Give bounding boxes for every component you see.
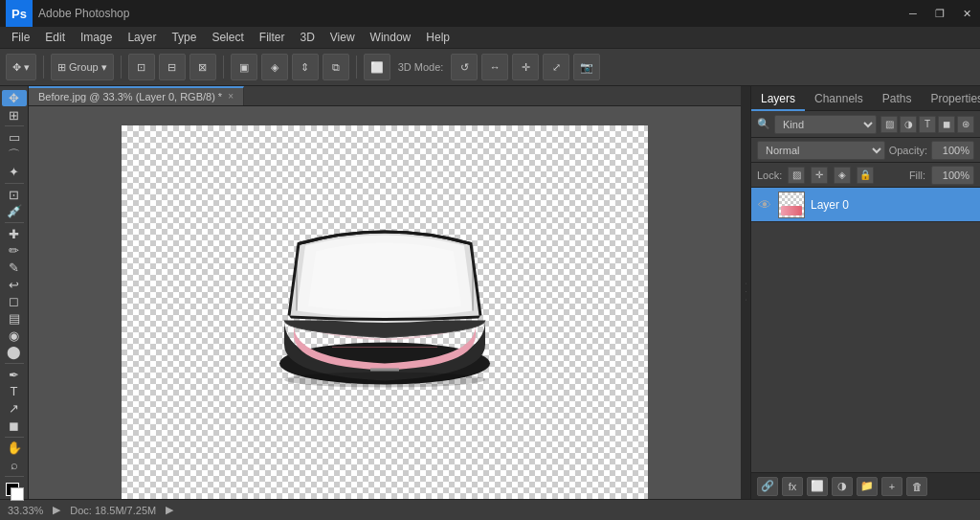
svg-point-4: [284, 373, 485, 388]
blend-mode-select[interactable]: Normal: [757, 141, 885, 160]
adjustment-btn[interactable]: ◑: [832, 477, 853, 496]
rect-select-tool[interactable]: ▭: [2, 129, 27, 146]
brush-tool[interactable]: ✏: [2, 243, 27, 260]
move-tool[interactable]: ✥: [2, 90, 27, 106]
3d-rotate-btn[interactable]: ↺: [451, 54, 478, 80]
tab-close-icon[interactable]: ×: [228, 87, 234, 106]
layer-item[interactable]: 👁 Layer 0: [751, 188, 980, 222]
lock-all-btn[interactable]: 🔒: [857, 167, 874, 184]
menu-layer[interactable]: Layer: [120, 27, 164, 48]
spacing-btn[interactable]: ⇕: [292, 54, 319, 80]
menu-select[interactable]: Select: [204, 27, 251, 48]
document-tab[interactable]: Before.jpg @ 33.3% (Layer 0, RGB/8) * ×: [29, 86, 244, 105]
distribute-btn[interactable]: ⊠: [189, 54, 216, 80]
move-tool-btn[interactable]: ✥ ▾: [6, 54, 36, 80]
hand-tool[interactable]: ✋: [2, 440, 27, 456]
delete-layer-btn[interactable]: 🗑: [906, 477, 927, 496]
tool-separator-1: [5, 125, 24, 126]
3d-slide-btn[interactable]: ✛: [512, 54, 539, 80]
filter-pixel-btn[interactable]: ▨: [880, 116, 898, 133]
toolbar-separator-1: [43, 56, 44, 79]
3d-mode-label: 3D Mode:: [394, 61, 448, 73]
shape-tool[interactable]: ◼: [2, 418, 27, 434]
layer-thumb-checker: [779, 192, 804, 217]
eraser-tool[interactable]: ◻: [2, 294, 27, 310]
tab-channels[interactable]: Channels: [805, 86, 873, 111]
type-tool[interactable]: T: [2, 384, 27, 400]
menu-image[interactable]: Image: [73, 27, 120, 48]
dodge-tool[interactable]: ⬤: [2, 345, 27, 361]
layer-thumbnail: [778, 192, 805, 218]
lock-position-btn[interactable]: ✛: [811, 167, 828, 184]
pen-tool[interactable]: ✒: [2, 367, 27, 383]
zoom-level: 33.33%: [8, 505, 43, 516]
magic-wand-tool[interactable]: ✦: [2, 165, 27, 181]
layer-filter-type-select[interactable]: Kind: [774, 115, 877, 134]
menu-file[interactable]: File: [4, 27, 37, 48]
lock-pixels-btn[interactable]: ▨: [788, 167, 805, 184]
menu-edit[interactable]: Edit: [37, 27, 73, 48]
restore-button[interactable]: ❐: [926, 0, 953, 27]
add-mask-btn[interactable]: ⬜: [807, 477, 828, 496]
opacity-label: Opacity:: [889, 145, 927, 156]
tool-separator-6: [5, 476, 24, 477]
clone-stamp-tool[interactable]: ✎: [2, 260, 27, 276]
fill-input[interactable]: [931, 166, 974, 185]
link-layers-btn[interactable]: 🔗: [757, 477, 778, 496]
menu-view[interactable]: View: [323, 27, 363, 48]
transform-btn[interactable]: ⊡: [128, 54, 155, 80]
canvas-area: Before.jpg @ 33.3% (Layer 0, RGB/8) * ×: [29, 86, 741, 499]
left-toolbar: ✥ ⊞ ▭ ⌒ ✦ ⊡ 💉 ✚ ✏ ✎ ↩ ◻ ▤ ◉ ⬤ ✒ T ↗ ◼ ✋ …: [0, 86, 29, 499]
healing-tool[interactable]: ✚: [2, 226, 27, 242]
tab-properties[interactable]: Properties: [921, 86, 980, 111]
path-select-tool[interactable]: ↗: [2, 400, 27, 417]
align-btn[interactable]: ⊟: [159, 54, 186, 80]
new-group-btn[interactable]: 📁: [857, 477, 878, 496]
layer-visibility-toggle[interactable]: 👁: [757, 197, 772, 213]
canvas-wrapper: [29, 106, 741, 499]
tab-paths[interactable]: Paths: [873, 86, 922, 111]
ps-logo: Ps: [6, 0, 33, 27]
zoom-tool[interactable]: ⌕: [2, 457, 27, 473]
resize-dots: · · ·: [742, 283, 750, 303]
gradient-tool[interactable]: ▤: [2, 310, 27, 327]
lock-artboard-btn[interactable]: ◈: [834, 167, 851, 184]
fx-btn[interactable]: fx: [782, 477, 803, 496]
crop-tool[interactable]: ⊡: [2, 187, 27, 203]
menu-window[interactable]: Window: [363, 27, 419, 48]
frame-btn[interactable]: ⬜: [364, 54, 390, 80]
filter-type-btn[interactable]: T: [919, 116, 936, 133]
menu-filter[interactable]: Filter: [252, 27, 293, 48]
filter-smart-btn[interactable]: ⊛: [957, 116, 974, 133]
3d-pan-btn[interactable]: ↔: [481, 54, 508, 80]
arrange-btn[interactable]: ▣: [231, 54, 257, 80]
opacity-input[interactable]: [931, 141, 974, 160]
minimize-button[interactable]: ─: [900, 0, 926, 27]
menu-help[interactable]: Help: [418, 27, 457, 48]
layer-filter-icons: ▨ ◑ T ◼ ⊛: [880, 116, 974, 133]
refine-btn[interactable]: ◈: [261, 54, 288, 80]
new-layer-btn[interactable]: +: [881, 477, 902, 496]
history-brush-tool[interactable]: ↩: [2, 277, 27, 293]
eyedropper-tool[interactable]: 💉: [2, 204, 27, 220]
filter-shape-btn[interactable]: ◼: [938, 116, 955, 133]
stack-btn[interactable]: ⧉: [323, 54, 349, 80]
foreground-bg-color[interactable]: [2, 479, 27, 495]
layer-list: 👁 Layer 0: [751, 188, 980, 472]
3d-camera-btn[interactable]: 📷: [573, 54, 600, 80]
3d-scale-btn[interactable]: ⤢: [543, 54, 569, 80]
tab-layers[interactable]: Layers: [751, 86, 805, 111]
lasso-tool[interactable]: ⌒: [2, 147, 27, 164]
panel-resize-handle[interactable]: · · ·: [741, 86, 750, 499]
filter-adjust-btn[interactable]: ◑: [900, 116, 917, 133]
blur-tool[interactable]: ◉: [2, 328, 27, 344]
menu-3d[interactable]: 3D: [292, 27, 322, 48]
doc-info: Doc: 18.5M/7.25M: [70, 505, 156, 516]
panel-bottom-toolbar: 🔗 fx ⬜ ◑ 📁 + 🗑: [751, 472, 980, 499]
artboard-btn[interactable]: ⊞ Group ▾: [51, 54, 114, 80]
menu-type[interactable]: Type: [164, 27, 204, 48]
close-button[interactable]: ✕: [953, 0, 980, 27]
tab-bar: Before.jpg @ 33.3% (Layer 0, RGB/8) * ×: [29, 86, 741, 106]
artboard-tool[interactable]: ⊞: [2, 107, 27, 124]
toolbar-separator-4: [356, 56, 357, 79]
